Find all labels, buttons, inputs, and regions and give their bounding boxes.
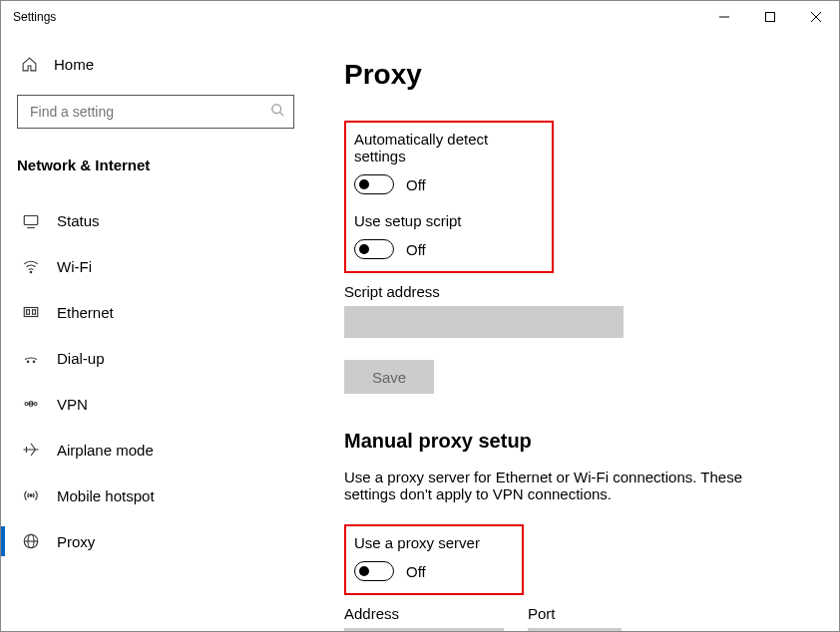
address-input [344,628,504,631]
window-title: Settings [13,10,56,24]
svg-point-13 [33,361,35,363]
page-title: Proxy [344,59,815,91]
search-icon [270,103,285,121]
use-script-state: Off [406,241,426,258]
auto-detect-state: Off [406,176,426,193]
status-icon [21,210,41,230]
highlight-box-proxy: Use a proxy server Off [344,524,524,595]
window-controls [701,1,839,33]
sidebar-item-vpn[interactable]: VPN [1,381,310,427]
home-nav[interactable]: Home [1,43,310,85]
svg-point-15 [34,403,37,406]
address-label: Address [344,605,504,622]
port-label: Port [528,605,622,622]
nav-label: Mobile hotspot [57,487,155,504]
home-label: Home [54,56,94,73]
svg-rect-1 [766,13,775,22]
sidebar-item-wifi[interactable]: Wi-Fi [1,243,310,289]
svg-rect-10 [27,310,30,315]
ethernet-icon [21,302,41,322]
use-proxy-label: Use a proxy server [354,534,508,551]
nav-label: Proxy [57,533,95,550]
home-icon [21,56,38,73]
sidebar-item-airplane[interactable]: Airplane mode [1,427,310,473]
nav-label: Wi-Fi [57,258,92,275]
maximize-button[interactable] [747,1,793,33]
svg-rect-11 [33,310,36,315]
hotspot-icon [21,485,41,505]
sidebar-item-ethernet[interactable]: Ethernet [1,289,310,335]
use-proxy-toggle[interactable] [354,561,394,581]
content-panel: Proxy Automatically detect settings Off … [310,33,839,631]
nav-label: Airplane mode [57,442,154,459]
nav-label: Status [57,212,100,229]
port-input [528,628,622,631]
airplane-icon [21,440,41,460]
svg-point-14 [25,403,28,406]
proxy-icon [21,531,41,551]
script-address-input [344,306,624,338]
svg-point-4 [272,105,281,114]
sidebar-item-dialup[interactable]: Dial-up [1,335,310,381]
vpn-icon [21,394,41,414]
use-script-label: Use setup script [354,212,538,229]
auto-detect-label: Automatically detect settings [354,131,538,164]
highlight-box-auto: Automatically detect settings Off Use se… [344,121,554,273]
sidebar-item-hotspot[interactable]: Mobile hotspot [1,473,310,518]
save-button: Save [344,360,434,394]
search-input[interactable] [28,103,270,121]
wifi-icon [21,256,41,276]
sidebar-item-status[interactable]: Status [1,197,310,243]
minimize-button[interactable] [701,1,747,33]
settings-window: Settings Home [0,0,840,632]
dialup-icon [21,348,41,368]
use-proxy-state: Off [406,563,426,580]
search-box[interactable] [17,95,294,129]
svg-point-18 [30,494,32,496]
close-button[interactable] [793,1,839,33]
script-address-label: Script address [344,283,815,300]
manual-helper-text: Use a proxy server for Ethernet or Wi-Fi… [344,469,783,502]
use-script-toggle[interactable] [354,239,394,259]
auto-detect-toggle[interactable] [354,174,394,194]
nav-label: Dial-up [57,350,105,367]
nav-label: VPN [57,396,88,413]
svg-point-8 [30,271,32,273]
titlebar: Settings [1,1,839,33]
nav-label: Ethernet [57,304,114,321]
category-header: Network & Internet [1,147,310,197]
svg-line-5 [279,112,283,116]
sidebar: Home Network & Internet Status Wi-Fi [1,33,310,631]
svg-rect-6 [24,216,38,225]
sidebar-item-proxy[interactable]: Proxy [1,518,310,564]
manual-section-title: Manual proxy setup [344,430,815,453]
svg-point-12 [27,361,29,363]
